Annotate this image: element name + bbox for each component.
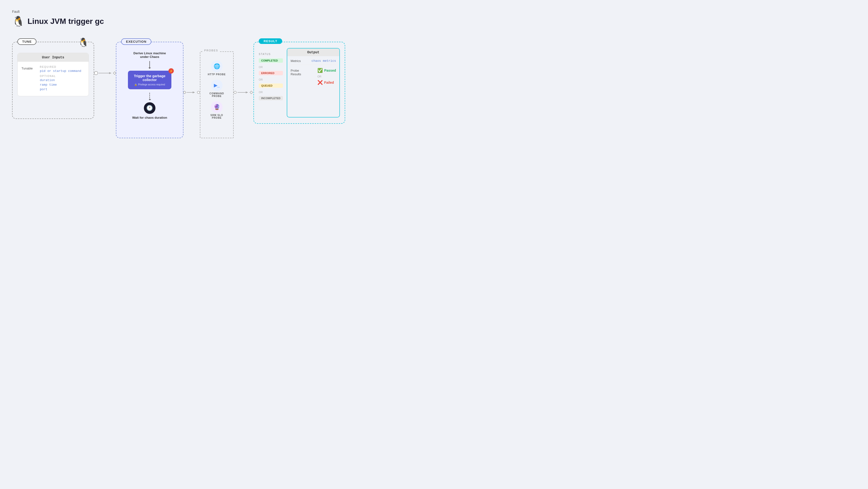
required-value: pid or startup command xyxy=(40,69,85,73)
or-3: OR xyxy=(259,91,283,94)
probe-http: 🌐 HTTP PROBE xyxy=(208,61,226,76)
gc-card-title: Trigger the garbage collector xyxy=(133,74,166,82)
wait-icon: 🕐 xyxy=(144,102,155,114)
status-section-label: STATUS xyxy=(259,53,283,56)
or-2: OR xyxy=(259,78,283,81)
user-inputs-header: User Inputs xyxy=(18,53,89,62)
probes-panel: PROBES 🌐 HTTP PROBE ▶_ COMMANDPROBE 🔮 SR… xyxy=(200,52,234,138)
result-panel: RESULT STATUS COMPLETED OR ERRORED OR QU… xyxy=(253,42,345,124)
badge-errored: ERRORED xyxy=(259,71,283,75)
result-badge: RESULT xyxy=(259,38,282,44)
failed-badge: ❌ Failed xyxy=(317,80,334,85)
command-probe-icon: ▶_ xyxy=(211,79,222,91)
probe-command: ▶_ COMMANDPROBE xyxy=(210,79,224,97)
optional-label: OPTIONAL xyxy=(40,75,85,77)
gc-card-sub: 🔒 Privilege access required xyxy=(133,83,166,86)
badge-queued: QUEUED xyxy=(259,84,283,88)
optional-value-duration: duration xyxy=(40,78,85,82)
tunable-label: Tunable xyxy=(22,67,36,70)
fault-label: Fault xyxy=(12,10,856,13)
page-title: Linux JVM trigger gc xyxy=(28,17,104,26)
execution-badge: EXECUTION xyxy=(121,38,151,45)
svg-marker-3 xyxy=(193,91,195,93)
badge-incompleted: INCOMPLETED xyxy=(259,96,283,100)
exec-step1-text: Derive Linux machine under Chaos xyxy=(130,52,169,59)
required-label: REQUIRED xyxy=(40,66,85,68)
command-probe-name: COMMANDPROBE xyxy=(210,92,224,97)
output-header: Output xyxy=(287,48,339,56)
gc-card: ⚡ Trigger the garbage collector 🔒 Privil… xyxy=(128,71,172,89)
srm-probe-name: SRM SLOPROBE xyxy=(211,114,223,119)
optional-value-ramp: ramp time xyxy=(40,83,85,87)
http-probe-name: HTTP PROBE xyxy=(208,73,226,76)
badge-completed: COMPLETED xyxy=(259,58,283,63)
svg-marker-5 xyxy=(246,91,248,93)
http-probe-icon: 🌐 xyxy=(211,61,222,72)
svg-marker-1 xyxy=(109,72,112,74)
execution-panel: EXECUTION Derive Linux machine under Cha… xyxy=(116,42,183,138)
tune-panel: TUNE 🐧 User Inputs Tunable REQUIRED pid … xyxy=(12,42,94,119)
optional-value-port: port xyxy=(40,88,85,91)
probe-srm: 🔮 SRM SLOPROBE xyxy=(211,101,223,119)
srm-probe-icon: 🔮 xyxy=(211,101,222,113)
exec-step3-text: Wait for chaos duration xyxy=(132,116,167,120)
tune-badge: TUNE xyxy=(18,38,36,45)
or-1: OR xyxy=(259,66,283,68)
passed-badge: ✅ Passed xyxy=(317,68,336,73)
metrics-value: chaos metrics xyxy=(312,59,336,63)
probe-results-label: ProbeResults xyxy=(290,69,301,76)
linux-corner-icon: 🐧 xyxy=(78,37,89,47)
linux-icon: 🐧 xyxy=(12,15,25,27)
probes-label: PROBES xyxy=(203,49,219,52)
or-probe: OR xyxy=(317,75,321,78)
metrics-label: Metrics xyxy=(290,59,301,63)
privilege-corner-icon: ⚡ xyxy=(168,68,174,73)
